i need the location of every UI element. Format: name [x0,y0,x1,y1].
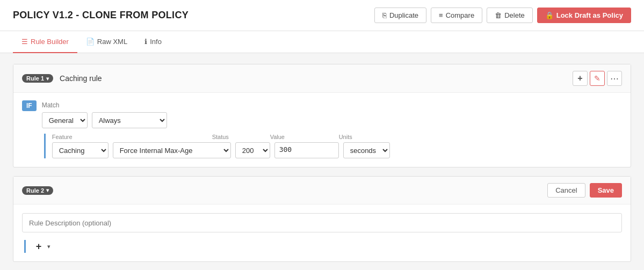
general-select[interactable]: General [42,112,88,128]
rule2-card: Rule 2 ▾ Cancel Save + ▾ [13,176,631,262]
units-label: Units [339,134,352,140]
delete-button[interactable]: 🗑 Delete [487,8,533,23]
list-icon: ☰ [21,38,28,46]
condition-row: General Always [42,112,622,128]
rule1-body: IF Match General Always [13,93,631,167]
add-condition-row: + ▾ [24,240,622,253]
header-actions: ⎘ Duplicate ≡ Compare 🗑 Delete 🔒 Lock Dr… [374,8,631,23]
save-button[interactable]: Save [590,183,622,198]
page-header: POLICY V1.2 - CLONE FROM POLICY ⎘ Duplic… [0,0,644,31]
cancel-button[interactable]: Cancel [547,183,585,198]
lock-icon: 🔒 [545,11,554,19]
lock-draft-button[interactable]: 🔒 Lock Draft as Policy [537,8,631,23]
rule1-badge[interactable]: Rule 1 ▾ [22,74,53,83]
edit-icon-button[interactable]: ✎ [590,71,605,86]
add-condition-dropdown-icon[interactable]: ▾ [47,243,50,250]
add-icon-button[interactable]: + [573,71,588,86]
rule1-header-actions: + ✎ ⋯ [573,71,622,86]
duplicate-icon: ⎘ [382,11,387,19]
status-value-select[interactable]: 200 [235,142,270,158]
compare-button[interactable]: ≡ Compare [431,8,482,23]
rule1-header: Rule 1 ▾ Caching rule + ✎ ⋯ [13,64,631,93]
rule2-chevron-icon: ▾ [46,187,49,193]
match-label: Match [42,101,622,109]
tab-info[interactable]: ℹ Info [136,31,170,53]
rule2-badge[interactable]: Rule 2 ▾ [22,186,53,195]
units-select[interactable]: seconds [343,142,390,158]
rule2-header: Rule 2 ▾ Cancel Save [13,177,631,205]
feature-section: Feature Status Value Units Caching [44,134,622,158]
feature-labels: Feature Status Value Units [52,134,622,140]
duplicate-button[interactable]: ⎘ Duplicate [374,8,426,23]
tab-rule-builder[interactable]: ☰ Rule Builder [13,31,77,53]
rule1-title: Caching rule [60,74,573,83]
xml-icon: 📄 [86,38,95,46]
if-label: IF [22,100,37,111]
rule1-card: Rule 1 ▾ Caching rule + ✎ ⋯ IF Match [13,64,631,167]
rule2-edit-actions: Cancel Save [547,183,622,198]
rule-description-input[interactable] [22,213,622,232]
value-label: Value [270,134,302,140]
tabs-bar: ☰ Rule Builder 📄 Raw XML ℹ Info [0,31,644,53]
status-label: Status [212,134,244,140]
rule1-chevron-icon: ▾ [46,76,49,82]
value-input[interactable]: 300 [274,142,339,158]
rule2-body: + ▾ [13,205,631,261]
page-title: POLICY V1.2 - CLONE FROM POLICY [13,10,189,21]
info-icon: ℹ [144,38,147,46]
feature-row: Caching Force Internal Max-Age 200 300 [52,142,622,158]
force-internal-select[interactable]: Force Internal Max-Age [113,142,231,158]
if-block: IF Match General Always [22,101,622,158]
feature-label: Feature [52,134,149,140]
tab-raw-xml[interactable]: 📄 Raw XML [77,31,136,53]
delete-icon: 🗑 [495,11,502,19]
add-condition-plus-button[interactable]: + [32,240,45,253]
caching-select[interactable]: Caching [52,142,108,158]
always-select[interactable]: Always [92,112,167,128]
more-icon-button[interactable]: ⋯ [607,71,622,86]
main-content: Rule 1 ▾ Caching rule + ✎ ⋯ IF Match [0,53,644,270]
if-content: Match General Always Feature [42,101,622,158]
compare-icon: ≡ [439,11,443,19]
